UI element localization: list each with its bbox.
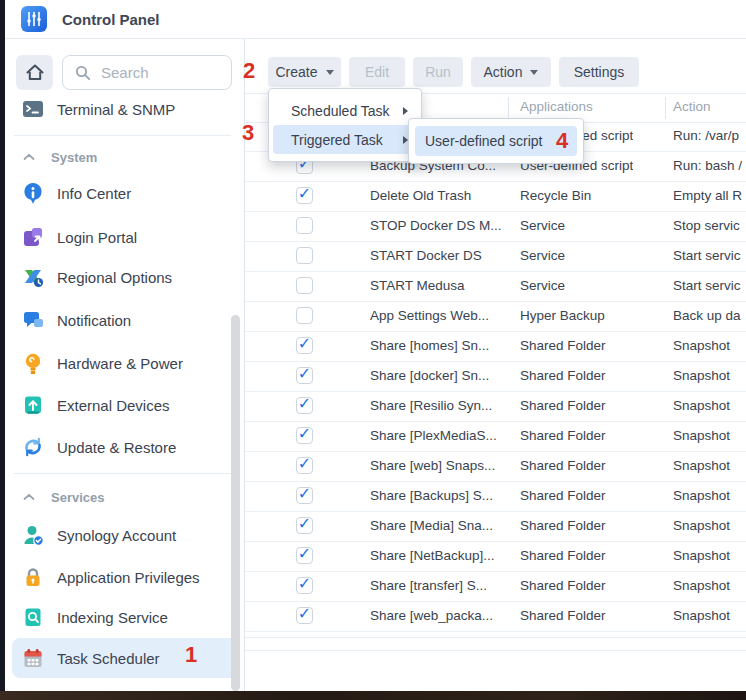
row-enabled-checkbox[interactable]: ✓ bbox=[296, 547, 313, 564]
task-name-cell: App Settings Web... bbox=[370, 302, 489, 330]
column-header-action[interactable]: Action bbox=[673, 99, 711, 114]
table-row[interactable]: ✓Share [Backups] S...Shared FolderSnapsh… bbox=[245, 482, 746, 512]
sidebar-item-update-restore[interactable]: Update & Restore bbox=[12, 427, 238, 467]
row-enabled-checkbox[interactable]: ✓ bbox=[296, 427, 313, 444]
row-enabled-checkbox[interactable]: ✓ bbox=[296, 367, 313, 384]
home-button[interactable] bbox=[16, 55, 53, 90]
table-row[interactable]: ✓Share [NetBackup]...Shared FolderSnapsh… bbox=[245, 542, 746, 572]
column-divider bbox=[665, 97, 666, 119]
table-row[interactable]: ✓Share [docker] Sn...Shared FolderSnapsh… bbox=[245, 362, 746, 392]
table-row[interactable]: ✓Share [web_packa...Shared FolderSnapsho… bbox=[245, 602, 746, 632]
check-icon: ✓ bbox=[298, 336, 311, 352]
application-cell: Service bbox=[520, 272, 565, 300]
row-enabled-checkbox[interactable]: ✓ bbox=[296, 187, 313, 204]
search-input[interactable] bbox=[99, 63, 221, 82]
sidebar-divider bbox=[14, 473, 231, 474]
action-cell: Snapshot bbox=[673, 572, 746, 600]
application-cell: Shared Folder bbox=[520, 332, 606, 360]
row-enabled-checkbox[interactable]: ✓ bbox=[296, 607, 313, 624]
action-cell: Start servic bbox=[673, 242, 746, 270]
application-cell: Shared Folder bbox=[520, 572, 606, 600]
home-icon bbox=[25, 63, 45, 82]
sidebar-scrollbar[interactable] bbox=[231, 315, 240, 691]
edit-button[interactable]: Edit bbox=[349, 57, 405, 87]
run-button[interactable]: Run bbox=[413, 57, 463, 87]
run-button-label: Run bbox=[425, 64, 451, 80]
annotation-4: 4 bbox=[556, 128, 568, 154]
annotation-2: 2 bbox=[243, 58, 255, 84]
table-row[interactable]: ✓START Docker DSServiceStart servic bbox=[245, 242, 746, 272]
sidebar-item-synology-account[interactable]: Synology Account bbox=[12, 515, 238, 555]
table-row[interactable]: ✓Share [PlexMediaS...Shared FolderSnapsh… bbox=[245, 422, 746, 452]
sidebar-item-indexing-service[interactable]: Indexing Service bbox=[12, 597, 238, 637]
application-cell: Service bbox=[520, 212, 565, 240]
row-enabled-checkbox[interactable]: ✓ bbox=[296, 217, 313, 234]
sidebar-item-terminal-snmp[interactable]: Terminal & SNMP bbox=[12, 89, 238, 129]
sidebar-item-label: Login Portal bbox=[57, 229, 137, 246]
application-cell: Shared Folder bbox=[520, 602, 606, 630]
menu-item-scheduled-task[interactable]: Scheduled Task bbox=[273, 96, 417, 125]
sidebar-item-notification[interactable]: Notification bbox=[12, 300, 238, 340]
action-button[interactable]: Action bbox=[471, 57, 551, 87]
sidebar-section-system[interactable]: System bbox=[12, 146, 238, 168]
table-row[interactable]: ✓App Settings Web...Hyper BackupBack up … bbox=[245, 302, 746, 332]
table-row[interactable]: ✓Delete Old TrashRecycle BinEmpty all R bbox=[245, 182, 746, 212]
row-enabled-checkbox[interactable]: ✓ bbox=[296, 577, 313, 594]
row-enabled-checkbox[interactable]: ✓ bbox=[296, 457, 313, 474]
action-cell: Snapshot bbox=[673, 332, 746, 360]
task-name-cell: Delete Old Trash bbox=[370, 182, 471, 210]
sidebar-item-application-privileges[interactable]: Application Privileges bbox=[12, 557, 238, 597]
table-row[interactable]: ✓Share [homes] Sn...Shared FolderSnapsho… bbox=[245, 332, 746, 362]
column-header-applications[interactable]: Applications bbox=[520, 99, 593, 114]
action-cell: Start servic bbox=[673, 272, 746, 300]
sidebar-item-label: External Devices bbox=[57, 397, 170, 414]
chevron-down-icon bbox=[326, 70, 334, 75]
table-row[interactable]: ✓Share [web] Snaps...Shared FolderSnapsh… bbox=[245, 452, 746, 482]
sidebar-item-label: Task Scheduler bbox=[57, 650, 160, 667]
task-name-cell: Share [docker] Sn... bbox=[370, 362, 489, 390]
application-cell: Shared Folder bbox=[520, 362, 606, 390]
divider bbox=[245, 637, 746, 638]
refresh-arrows-icon bbox=[21, 435, 45, 459]
user-check-icon bbox=[22, 524, 44, 546]
table-row[interactable]: ✓Share [Media] Sna...Shared FolderSnapsh… bbox=[245, 512, 746, 542]
table-row[interactable]: ✓STOP Docker DS M...ServiceStop servic bbox=[245, 212, 746, 242]
sidebar-item-hardware-power[interactable]: Hardware & Power bbox=[12, 343, 238, 383]
sidebar-item-regional-options[interactable]: Regional Options bbox=[12, 257, 238, 297]
sidebar-item-info-center[interactable]: Info Center bbox=[12, 173, 238, 213]
action-cell: Back up da bbox=[673, 302, 746, 330]
application-cell: Shared Folder bbox=[520, 422, 606, 450]
sidebar-item-login-portal[interactable]: Login Portal bbox=[12, 217, 238, 257]
row-enabled-checkbox[interactable]: ✓ bbox=[296, 337, 313, 354]
row-enabled-checkbox[interactable]: ✓ bbox=[296, 247, 313, 264]
task-name-cell: START Docker DS bbox=[370, 242, 482, 270]
application-cell: Shared Folder bbox=[520, 512, 606, 540]
action-cell: Snapshot bbox=[673, 392, 746, 420]
search-box[interactable] bbox=[62, 55, 232, 90]
sidebar-item-external-devices[interactable]: External Devices bbox=[12, 385, 238, 425]
row-enabled-checkbox[interactable]: ✓ bbox=[296, 487, 313, 504]
sidebar: Terminal & SNMPSystemInfo CenterLogin Po… bbox=[5, 39, 245, 692]
sidebar-item-task-scheduler[interactable]: Task Scheduler bbox=[12, 638, 238, 678]
application-cell: Shared Folder bbox=[520, 482, 606, 510]
row-enabled-checkbox[interactable]: ✓ bbox=[296, 397, 313, 414]
menu-item-user-defined-script[interactable]: User-defined script bbox=[415, 126, 577, 156]
row-enabled-checkbox[interactable]: ✓ bbox=[296, 277, 313, 294]
row-enabled-checkbox[interactable]: ✓ bbox=[296, 517, 313, 534]
settings-button[interactable]: Settings bbox=[559, 57, 639, 87]
sidebar-section-label: Services bbox=[51, 490, 105, 505]
action-cell: Snapshot bbox=[673, 482, 746, 510]
row-enabled-checkbox[interactable]: ✓ bbox=[296, 307, 313, 324]
check-icon: ✓ bbox=[298, 576, 311, 592]
annotation-3: 3 bbox=[242, 120, 254, 146]
table-row[interactable]: ✓Share [Resilio Syn...Shared FolderSnaps… bbox=[245, 392, 746, 422]
table-row[interactable]: ✓Share [transfer] S...Shared FolderSnaps… bbox=[245, 572, 746, 602]
create-button[interactable]: Create bbox=[268, 57, 341, 87]
sidebar-item-label: Notification bbox=[57, 312, 131, 329]
info-icon bbox=[22, 182, 44, 204]
check-icon: ✓ bbox=[298, 486, 311, 502]
sidebar-section-services[interactable]: Services bbox=[12, 486, 238, 508]
menu-item-triggered-task[interactable]: Triggered Task bbox=[273, 125, 417, 154]
table-row[interactable]: ✓START MedusaServiceStart servic bbox=[245, 272, 746, 302]
sidebar-section-label: System bbox=[51, 150, 97, 165]
